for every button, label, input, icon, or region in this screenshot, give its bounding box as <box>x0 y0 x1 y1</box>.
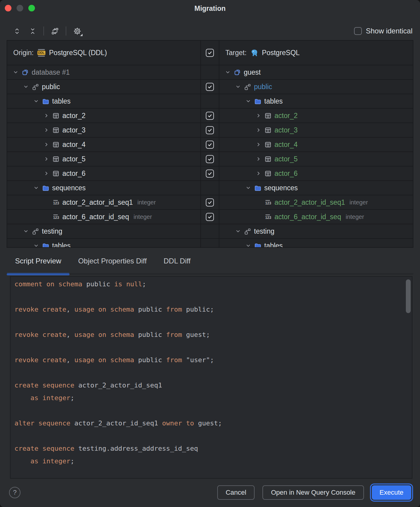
tree-row[interactable]: actor_2actor_2 <box>7 108 413 123</box>
tree-row[interactable]: tablestables <box>7 238 413 248</box>
tabbar-divider <box>7 274 413 274</box>
row-checkbox-cell <box>200 123 219 137</box>
code-line: create sequence actor_2_actor_id_seq1 <box>14 379 412 392</box>
tree-rows: database #1guestpublicpublictablestables… <box>7 65 413 248</box>
chevron-down-icon[interactable] <box>224 69 231 76</box>
zoom-window-button[interactable] <box>28 5 35 11</box>
table-icon <box>264 126 272 134</box>
chevron-right-icon[interactable] <box>43 141 50 148</box>
chevron-down-icon[interactable] <box>22 228 30 235</box>
row-checkbox[interactable] <box>206 112 214 120</box>
tab-label: Object Properties Diff <box>78 257 147 265</box>
execute-button[interactable]: Execute <box>372 485 412 500</box>
editor-scrollbar-thumb[interactable] <box>406 279 411 313</box>
tree-cell-origin: public <box>7 80 200 94</box>
row-checkbox-cell <box>200 210 219 224</box>
chevron-right-icon[interactable] <box>43 170 50 177</box>
data-type-label: integer <box>133 213 152 220</box>
chevron-spacer <box>255 213 262 220</box>
tab-label: Script Preview <box>15 257 61 265</box>
chevron-down-icon[interactable] <box>234 228 242 235</box>
tree-node-label: actor_4 <box>62 141 86 149</box>
open-in-new-query-console-button[interactable]: Open in New Query Console <box>262 485 364 500</box>
chevron-down-icon[interactable] <box>22 83 30 90</box>
show-identical-toggle[interactable]: Show identical <box>354 23 412 39</box>
tree-row[interactable]: testingtesting <box>7 224 413 238</box>
tree-cell-origin: testing <box>7 224 200 238</box>
tree-row[interactable]: actor_6actor_6 <box>7 166 413 180</box>
tab-script-preview[interactable]: Script Preview <box>7 248 70 274</box>
row-checkbox[interactable] <box>206 213 214 221</box>
tree-cell-target: testing <box>219 224 413 238</box>
table-icon <box>52 170 60 177</box>
chevron-down-icon[interactable] <box>12 69 19 76</box>
tree-row[interactable]: 123actor_6_actor_id_seqinteger123actor_6… <box>7 209 413 224</box>
tree-cell-origin: actor_6 <box>7 166 200 180</box>
tree-cell-target: 123actor_2_actor_id_seq1integer <box>219 195 413 209</box>
close-window-button[interactable] <box>5 5 11 11</box>
expand-all-icon[interactable] <box>12 26 22 36</box>
chevron-right-icon[interactable] <box>255 112 262 119</box>
tab-ddl-diff[interactable]: DDL Diff <box>155 248 199 274</box>
chevron-right-icon[interactable] <box>43 112 50 119</box>
chevron-right-icon[interactable] <box>43 155 50 163</box>
header-checkbox-cell <box>200 41 219 65</box>
synchronize-icon[interactable] <box>50 26 60 36</box>
row-checkbox[interactable] <box>206 155 214 163</box>
tab-object-properties-diff[interactable]: Object Properties Diff <box>70 248 155 274</box>
tree-cell-target: public <box>219 80 413 94</box>
cancel-button[interactable]: Cancel <box>217 485 255 500</box>
tab-label: DDL Diff <box>164 257 190 265</box>
svg-text:123: 123 <box>53 201 59 205</box>
chevron-right-icon[interactable] <box>255 170 262 177</box>
chevron-down-icon[interactable] <box>245 184 252 191</box>
tree-cell-target: actor_5 <box>219 152 413 166</box>
chevron-down-icon[interactable] <box>234 83 242 90</box>
tree-node-label: actor_5 <box>62 155 86 163</box>
tree-row[interactable]: publicpublic <box>7 79 413 94</box>
row-checkbox-cell <box>200 80 219 94</box>
chevron-right-icon[interactable] <box>255 126 262 134</box>
chevron-down-icon[interactable] <box>245 242 252 248</box>
tree-node-label: public <box>254 83 272 91</box>
tree-node-label: actor_2 <box>274 112 298 120</box>
chevron-right-icon[interactable] <box>255 141 262 148</box>
collapse-all-icon[interactable] <box>28 26 37 36</box>
help-button[interactable]: ? <box>9 487 20 498</box>
dropdown-corner-icon <box>80 34 83 36</box>
show-identical-checkbox[interactable] <box>354 27 362 35</box>
tree-cell-origin: actor_3 <box>7 123 200 137</box>
tree-row[interactable]: actor_3actor_3 <box>7 123 413 137</box>
settings-gear-icon[interactable] <box>72 26 82 36</box>
tree-cell-origin: 123actor_6_actor_id_seqinteger <box>7 210 200 224</box>
tree-row[interactable]: tablestables <box>7 94 413 108</box>
preview-tabs: Script PreviewObject Properties DiffDDL … <box>7 248 413 274</box>
row-checkbox[interactable] <box>206 198 214 207</box>
footer: ? CancelOpen in New Query ConsoleExecute <box>7 484 413 501</box>
tree-row[interactable]: sequencessequences <box>7 180 413 195</box>
tree-node-label: tables <box>52 97 71 105</box>
tree-row[interactable]: 123actor_2_actor_id_seq1integer123actor_… <box>7 195 413 209</box>
minimize-window-button[interactable] <box>17 5 23 11</box>
row-checkbox[interactable] <box>206 83 214 91</box>
script-preview-editor[interactable]: comment on schema public is null;revoke … <box>10 276 412 479</box>
row-checkbox-cell <box>200 166 219 180</box>
schema-icon <box>244 228 251 235</box>
row-checkbox[interactable] <box>206 141 214 149</box>
code-line <box>14 404 412 417</box>
chevron-down-icon[interactable] <box>33 98 40 105</box>
tree-row[interactable]: database #1guest <box>7 65 413 79</box>
row-checkbox[interactable] <box>206 170 214 178</box>
sequence-icon: 123 <box>264 199 272 206</box>
tree-node-label: actor_2 <box>62 112 86 120</box>
tree-cell-target: 123actor_6_actor_id_seqinteger <box>219 210 413 224</box>
chevron-right-icon[interactable] <box>43 126 50 134</box>
chevron-down-icon[interactable] <box>245 98 252 105</box>
chevron-down-icon[interactable] <box>33 184 40 191</box>
chevron-right-icon[interactable] <box>255 155 262 163</box>
row-checkbox[interactable] <box>206 126 214 134</box>
chevron-down-icon[interactable] <box>33 242 40 248</box>
tree-row[interactable]: actor_5actor_5 <box>7 151 413 166</box>
tree-row[interactable]: actor_4actor_4 <box>7 137 413 151</box>
select-all-checkbox[interactable] <box>206 49 214 57</box>
